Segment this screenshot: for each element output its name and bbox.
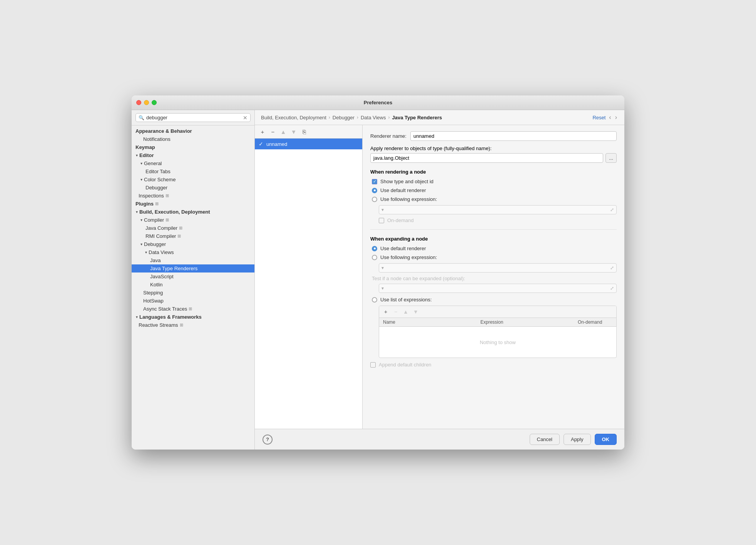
- use-following-expr-row: Use following expression:: [370, 196, 617, 202]
- editor-arrow: ▾: [134, 153, 139, 157]
- expand-expr-dropdown-icon[interactable]: ▾: [381, 265, 384, 271]
- sidebar-item-reactive-streams[interactable]: Reactive Streams ⊞: [132, 321, 254, 329]
- renderer-name-input[interactable]: [410, 131, 617, 141]
- list-toolbar: + − ▲ ▼ ⎘: [255, 125, 362, 139]
- expand-default-radio[interactable]: [372, 246, 377, 251]
- maximize-button[interactable]: [152, 100, 157, 105]
- compiler-arrow: ▾: [139, 218, 144, 222]
- on-demand-checkbox[interactable]: [379, 218, 384, 223]
- expr-down-button[interactable]: ▼: [411, 308, 420, 316]
- sidebar-item-plugins[interactable]: Plugins ⊞: [132, 200, 254, 208]
- sidebar-item-editor-tabs[interactable]: Editor Tabs: [132, 167, 254, 176]
- remove-renderer-button[interactable]: −: [268, 127, 278, 136]
- panel-body: + − ▲ ▼ ⎘ ✓ unnamed: [255, 125, 624, 429]
- inspections-label: Inspections: [139, 193, 164, 199]
- search-input-wrap[interactable]: 🔍 ✕: [135, 113, 251, 122]
- sidebar-item-notifications[interactable]: Notifications: [132, 135, 254, 143]
- expr-table-empty-label: Nothing to show: [480, 339, 515, 345]
- sidebar-item-java-type-renderers[interactable]: Java Type Renderers: [132, 264, 254, 272]
- copy-renderer-button[interactable]: ⎘: [299, 127, 309, 136]
- search-input[interactable]: [146, 115, 241, 120]
- browse-button[interactable]: ...: [605, 153, 617, 163]
- use-list-radio[interactable]: [372, 297, 377, 303]
- plugins-icon: ⊞: [155, 201, 159, 206]
- cancel-button[interactable]: Cancel: [530, 434, 560, 445]
- help-button[interactable]: ?: [263, 435, 273, 445]
- expr-dropdown-icon[interactable]: ▾: [381, 207, 384, 212]
- apply-button[interactable]: Apply: [564, 434, 591, 445]
- inspections-icon: ⊞: [166, 193, 169, 198]
- java-compiler-label: Java Compiler: [146, 225, 177, 231]
- radio-dot-2: [374, 247, 376, 249]
- sidebar-item-build-exec-deploy[interactable]: ▾ Build, Execution, Deployment: [132, 208, 254, 216]
- preferences-window: Preferences 🔍 ✕ Appearance & Behavior No…: [132, 95, 624, 450]
- sidebar-item-kotlin[interactable]: Kotlin: [132, 281, 254, 289]
- sidebar-item-editor[interactable]: ▾ Editor: [132, 151, 254, 159]
- plugins-label: Plugins: [135, 201, 154, 207]
- show-type-checkbox[interactable]: ✓: [372, 179, 377, 184]
- use-expr-radio[interactable]: [372, 197, 377, 202]
- sidebar-item-java[interactable]: Java: [132, 256, 254, 264]
- nav-back-button[interactable]: ‹: [608, 114, 612, 121]
- list-panel: + − ▲ ▼ ⎘ ✓ unnamed: [255, 125, 363, 429]
- on-demand-label: On-demand: [387, 217, 414, 223]
- use-default-renderer-radio[interactable]: [372, 188, 377, 193]
- expr-table-body: Nothing to show: [379, 327, 616, 358]
- expand-default-row: Use default renderer: [370, 246, 617, 251]
- build-label: Build, Execution, Deployment: [139, 209, 210, 215]
- sidebar-item-data-views[interactable]: ▾ Data Views: [132, 248, 254, 256]
- when-rendering-title: When rendering a node: [370, 169, 617, 175]
- compiler-icon: ⊞: [166, 217, 169, 222]
- sidebar-item-inspections[interactable]: Inspections ⊞: [132, 192, 254, 200]
- sidebar-item-async-stack-traces[interactable]: Async Stack Traces ⊞: [132, 305, 254, 313]
- ok-button[interactable]: OK: [595, 434, 617, 445]
- expand-expr-expand-icon[interactable]: ⤢: [610, 265, 614, 271]
- expr-add-button[interactable]: +: [381, 308, 390, 316]
- traffic-lights: [136, 100, 157, 105]
- separator-1: [370, 229, 617, 230]
- rmi-compiler-icon: ⊞: [177, 234, 181, 239]
- expr-remove-button[interactable]: −: [391, 308, 400, 316]
- debugger-arrow: ▾: [139, 242, 144, 246]
- sidebar-item-debugger-editor[interactable]: Debugger: [132, 184, 254, 192]
- java-type-renderers-label: Java Type Renderers: [150, 266, 197, 271]
- sidebar-item-keymap[interactable]: Keymap: [132, 143, 254, 151]
- expand-expr-radio[interactable]: [372, 255, 377, 260]
- expr-up-button[interactable]: ▲: [401, 308, 410, 316]
- close-button[interactable]: [136, 100, 141, 105]
- reset-button[interactable]: Reset: [592, 115, 605, 120]
- move-up-button[interactable]: ▲: [279, 127, 288, 136]
- breadcrumb-bar: Build, Execution, Deployment › Debugger …: [255, 110, 624, 125]
- general-label: General: [144, 160, 162, 166]
- sidebar-item-general[interactable]: ▾ General: [132, 159, 254, 167]
- use-list-label: Use list of expressions:: [380, 297, 432, 303]
- appearance-behavior-label: Appearance & Behavior: [135, 128, 192, 134]
- test-node-expand-icon[interactable]: ⤢: [610, 286, 614, 291]
- sidebar-item-hotswap[interactable]: HotSwap: [132, 297, 254, 305]
- sidebar-item-debugger[interactable]: ▾ Debugger: [132, 240, 254, 248]
- minimize-button[interactable]: [144, 100, 149, 105]
- nav-forward-button[interactable]: ›: [614, 114, 618, 121]
- sidebar-item-compiler[interactable]: ▾ Compiler ⊞: [132, 216, 254, 224]
- sidebar-item-javascript[interactable]: JavaScript: [132, 272, 254, 281]
- hotswap-label: HotSwap: [143, 298, 164, 304]
- breadcrumb-part-4: Java Type Renderers: [392, 115, 442, 120]
- javascript-label: JavaScript: [150, 274, 174, 279]
- sidebar-item-rmi-compiler[interactable]: RMI Compiler ⊞: [132, 232, 254, 240]
- config-panel: Renderer name: Apply renderer to objects…: [363, 125, 624, 429]
- footer-buttons: Cancel Apply OK: [530, 434, 617, 445]
- sidebar-item-color-scheme[interactable]: ▾ Color Scheme: [132, 176, 254, 184]
- move-down-button[interactable]: ▼: [289, 127, 298, 136]
- checkbox-check-icon: ✓: [373, 179, 376, 184]
- object-type-input[interactable]: [370, 153, 603, 163]
- append-default-checkbox[interactable]: [370, 362, 376, 368]
- add-renderer-button[interactable]: +: [258, 127, 267, 136]
- sidebar-item-java-compiler[interactable]: Java Compiler ⊞: [132, 224, 254, 232]
- sidebar-item-appearance-behavior[interactable]: Appearance & Behavior: [132, 127, 254, 135]
- renderer-list-item[interactable]: ✓ unnamed: [255, 139, 362, 149]
- expr-expand-icon[interactable]: ⤢: [610, 207, 614, 212]
- sidebar-item-languages-frameworks[interactable]: ▾ Languages & Frameworks: [132, 313, 254, 321]
- sidebar-item-stepping[interactable]: Stepping: [132, 289, 254, 297]
- clear-search-icon[interactable]: ✕: [243, 115, 248, 120]
- test-node-dropdown-icon[interactable]: ▾: [381, 286, 384, 291]
